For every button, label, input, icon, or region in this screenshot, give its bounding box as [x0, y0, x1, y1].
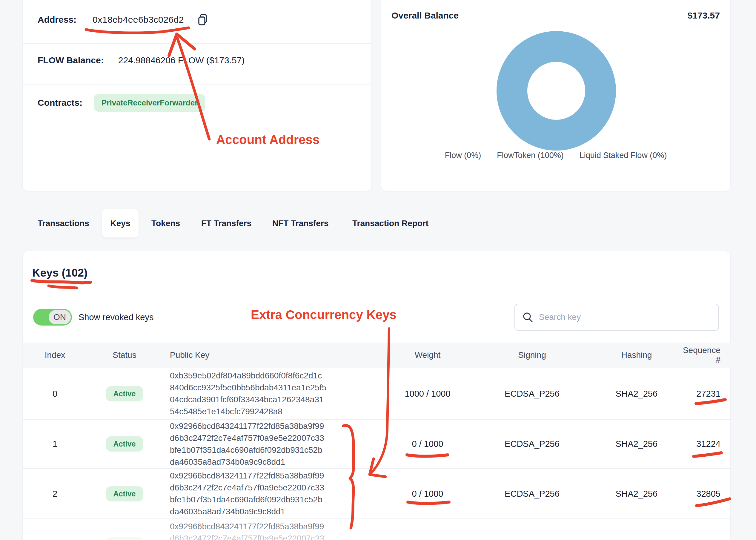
donut-legend: Flow (0%) FlowToken (100%) Liquid Staked… — [381, 151, 730, 160]
key-hashing: SHA2_256 — [592, 489, 681, 499]
key-weight: 0 / 1000 — [383, 439, 472, 449]
key-index: 2 — [23, 489, 87, 499]
tab-ft-transfers[interactable]: FT Transfers — [201, 209, 252, 237]
keys-table: Index Status Public Key Weight Signing H… — [23, 342, 731, 540]
col-sequence: Sequence # — [681, 345, 731, 365]
col-weight: Weight — [383, 350, 472, 360]
account-page: Address: 0x18eb4ee6b3c026d2 FLOW Balance… — [0, 0, 756, 540]
key-row-2[interactable]: 2 Active 0x92966bcd843241177f22fd85a38ba… — [23, 468, 731, 518]
account-address-value: 0x18eb4ee6b3c026d2 — [93, 15, 184, 25]
tab-transaction-report[interactable]: Transaction Report — [352, 209, 428, 237]
public-key-value: 0x92966bcd843241177f22fd85a38ba9f99d6b3c… — [162, 470, 383, 518]
key-row-1[interactable]: 1 Active 0x92966bcd843241177f22fd85a38ba… — [23, 419, 731, 468]
key-weight: 0 / 1000 — [383, 489, 472, 499]
col-index: Index — [23, 350, 87, 360]
status-badge: Active — [106, 486, 143, 501]
contracts-label: Contracts: — [38, 98, 82, 108]
col-status: Status — [87, 350, 162, 360]
overall-balance-title: Overall Balance — [391, 10, 459, 21]
status-badge: Active — [106, 537, 143, 540]
legend-flowtoken: FlowToken (100%) — [497, 151, 564, 160]
status-badge: Active — [106, 386, 143, 401]
key-sequence: 32805 — [681, 489, 731, 499]
contracts-row: Contracts: PrivateReceiverForwarder — [38, 89, 360, 116]
col-signing: Signing — [472, 350, 592, 360]
flow-balance-value: 224.98846206 FLOW ($173.57) — [118, 55, 245, 66]
toggle-knob[interactable]: ON — [49, 310, 71, 324]
overall-balance-total: $173.57 — [688, 10, 720, 21]
tab-keys[interactable]: Keys — [102, 209, 139, 237]
key-hashing: SHA2_256 — [592, 389, 681, 399]
account-tabs: Transactions Keys Tokens FT Transfers NF… — [0, 209, 756, 237]
key-row-0[interactable]: 0 Active 0xb359e502df804a89bdd660f0f8f6c… — [23, 368, 731, 419]
divider — [23, 43, 372, 44]
search-key-input[interactable] — [514, 304, 719, 331]
balance-header: Overall Balance $173.57 — [391, 10, 720, 21]
keys-table-header: Index Status Public Key Weight Signing H… — [23, 342, 731, 368]
tab-tokens[interactable]: Tokens — [152, 209, 180, 237]
status-badge: Active — [106, 436, 143, 452]
public-key-value: 0x92966bcd843241177f22fd85a38ba9f99d6b3c… — [162, 521, 383, 540]
overall-balance-card: Overall Balance $173.57 Flow (0%) FlowTo… — [381, 0, 731, 191]
divider — [23, 84, 372, 84]
address-row: Address: 0x18eb4ee6b3c026d2 — [38, 6, 360, 33]
key-signing: ECDSA_P256 — [472, 439, 592, 449]
tab-transactions[interactable]: Transactions — [38, 209, 89, 237]
key-index: 1 — [23, 439, 87, 449]
public-key-value: 0xb359e502df804a89bdd660f0f8f6c2d1c840d6… — [162, 370, 383, 418]
col-hashing: Hashing — [592, 350, 681, 360]
flow-balance-row: FLOW Balance: 224.98846206 FLOW ($173.57… — [38, 47, 360, 74]
key-weight: 1000 / 1000 — [383, 389, 472, 399]
key-index: 0 — [23, 389, 87, 399]
flow-balance-label: FLOW Balance: — [38, 55, 104, 66]
show-revoked-toggle[interactable]: ON — [33, 309, 72, 326]
search-key-box — [514, 304, 719, 331]
address-label: Address: — [38, 15, 76, 25]
key-sequence: 27231 — [681, 389, 731, 399]
key-signing: ECDSA_P256 — [472, 489, 592, 499]
legend-liquid-staked: Liquid Staked Flow (0%) — [580, 151, 667, 160]
account-info-card: Address: 0x18eb4ee6b3c026d2 FLOW Balance… — [22, 0, 372, 191]
keys-card: Keys (102) ON Show revoked keys Index St… — [22, 251, 731, 540]
balance-donut-chart — [496, 31, 616, 151]
tab-nft-transfers[interactable]: NFT Transfers — [272, 209, 328, 237]
show-revoked-label: Show revoked keys — [78, 313, 154, 322]
key-hashing: SHA2_256 — [592, 439, 681, 449]
col-public-key: Public Key — [162, 350, 383, 360]
contract-badge[interactable]: PrivateReceiverForwarder — [94, 94, 205, 112]
copy-address-button[interactable] — [196, 13, 210, 27]
copy-icon — [196, 13, 209, 26]
key-signing: ECDSA_P256 — [472, 389, 592, 399]
public-key-value: 0x92966bcd843241177f22fd85a38ba9f99d6b3c… — [162, 420, 383, 468]
legend-flow: Flow (0%) — [445, 151, 481, 160]
key-row-3[interactable]: 3 Active 0x92966bcd843241177f22fd85a38ba… — [23, 518, 731, 540]
keys-section-title: Keys (102) — [32, 267, 87, 279]
key-sequence: 31224 — [681, 439, 731, 449]
